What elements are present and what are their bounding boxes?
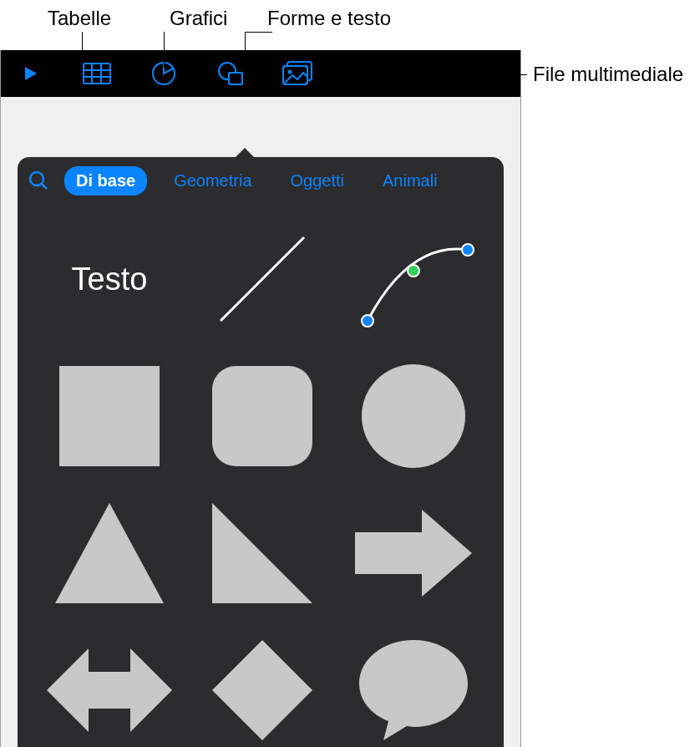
svg-marker-22 [55, 503, 164, 603]
tab-geometry[interactable]: Geometria [162, 166, 263, 196]
double-arrow-icon [43, 640, 176, 740]
shapes-button[interactable] [210, 57, 251, 90]
shape-circle[interactable] [347, 358, 479, 475]
category-tabs: Di base Geometria Oggetti Animali [18, 157, 504, 204]
shape-triangle[interactable] [43, 495, 176, 612]
svg-rect-19 [59, 366, 160, 466]
shape-text[interactable]: Testo [43, 221, 176, 338]
shapes-icon [217, 61, 244, 86]
svg-marker-26 [212, 640, 312, 740]
charts-button[interactable] [143, 57, 185, 90]
tab-basic[interactable]: Di base [64, 166, 147, 196]
shape-curve[interactable] [347, 221, 479, 338]
tab-objects[interactable]: Oggetti [279, 166, 356, 196]
shape-speech-bubble[interactable] [347, 632, 479, 747]
callout-shapes-text: Forme e testo [267, 7, 391, 30]
svg-point-13 [30, 172, 43, 185]
svg-rect-0 [84, 64, 110, 84]
circle-icon [359, 362, 468, 470]
callout-charts: Grafici [170, 7, 227, 30]
callout-media: File multimediale [533, 63, 683, 86]
search-icon [28, 170, 49, 191]
toolbar [1, 50, 520, 97]
svg-line-15 [221, 237, 304, 321]
svg-marker-25 [47, 648, 172, 732]
media-icon [282, 61, 312, 86]
rounded-square-icon [208, 362, 317, 470]
shapes-grid: Testo [18, 204, 504, 747]
search-button[interactable] [28, 170, 49, 191]
callout-tables: Tabelle [48, 7, 111, 30]
device-frame: Di base Geometria Oggetti Animali Testo [0, 50, 521, 747]
shape-line[interactable] [196, 221, 327, 338]
popover-arrow [235, 148, 255, 158]
speech-bubble-icon [355, 636, 472, 744]
play-button[interactable] [9, 57, 51, 90]
right-triangle-icon [208, 499, 317, 607]
shape-square[interactable] [43, 358, 176, 475]
svg-rect-7 [229, 73, 242, 84]
square-icon [55, 362, 164, 470]
svg-marker-23 [212, 503, 312, 603]
line-icon [208, 225, 317, 333]
shapes-popover: Di base Geometria Oggetti Animali Testo [18, 157, 504, 747]
media-button[interactable] [276, 57, 318, 90]
shape-diamond[interactable] [196, 632, 327, 747]
arrow-icon [351, 503, 476, 603]
svg-line-14 [42, 184, 47, 189]
table-icon [83, 63, 111, 84]
svg-point-16 [362, 315, 373, 327]
svg-point-18 [462, 244, 474, 256]
play-icon [20, 64, 40, 84]
svg-rect-20 [212, 366, 312, 466]
svg-point-12 [288, 70, 292, 74]
curve-icon [351, 225, 476, 333]
svg-point-17 [408, 265, 419, 277]
svg-marker-24 [355, 510, 472, 597]
shape-right-triangle[interactable] [196, 495, 327, 612]
triangle-icon [51, 499, 168, 607]
callout-hline-shapes [245, 32, 272, 33]
svg-point-21 [362, 364, 465, 468]
shape-double-arrow[interactable] [43, 632, 176, 747]
tab-animals[interactable]: Animali [371, 166, 449, 196]
diamond-icon [208, 636, 317, 744]
text-shape-label: Testo [72, 262, 148, 297]
shape-rounded-square[interactable] [196, 358, 327, 475]
shape-arrow[interactable] [347, 495, 479, 612]
tables-button[interactable] [76, 57, 118, 90]
chart-icon [151, 61, 176, 86]
